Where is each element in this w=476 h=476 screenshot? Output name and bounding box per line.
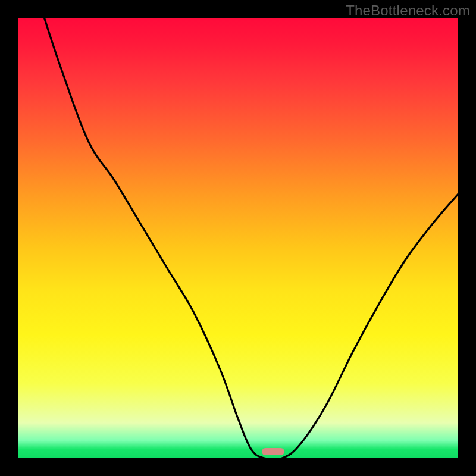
bottleneck-curve xyxy=(18,18,458,458)
plot-area xyxy=(18,18,458,458)
watermark-text: TheBottleneck.com xyxy=(346,2,470,19)
optimum-marker xyxy=(262,448,284,455)
chart-frame: TheBottleneck.com xyxy=(0,0,476,476)
